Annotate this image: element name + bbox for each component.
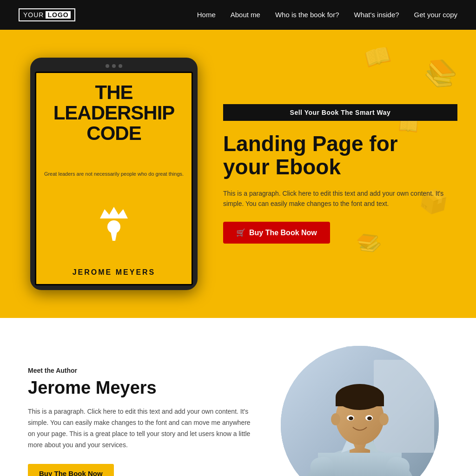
nav-home[interactable]: Home [197,11,216,19]
tablet-camera-bar [106,64,122,68]
svg-point-13 [331,413,340,425]
author-section: Meet the Author Jerome Meyers This is a … [0,318,476,476]
hero-section: 📚 📖 📦 📚 📖 THELEADERSHIPCODE Great leader… [0,30,476,318]
svg-point-14 [379,413,389,425]
author-paragraph: This is a paragraph. Click here to edit … [28,406,253,450]
author-buy-button[interactable]: Buy The Book Now [28,464,114,476]
nav-who[interactable]: Who is the book for? [275,11,339,19]
bg-icon-2: 📖 [362,41,393,72]
hero-banner: Sell Your Book The Smart Way [223,104,457,121]
author-name: Jerome Meyers [28,378,253,398]
logo-your: YOUR [23,11,44,19]
nav-inside[interactable]: What's inside? [354,11,399,19]
svg-marker-0 [100,207,128,218]
author-photo-wrap [271,346,448,476]
nav-copy[interactable]: Get your copy [414,11,457,19]
nav-links: Home About me Who is the book for? What'… [197,11,457,19]
hero-paragraph: This is a paragraph. Click here to edit … [223,188,457,209]
hero-text-area: Sell Your Book The Smart Way Landing Pag… [214,104,476,244]
hero-buy-label: Buy The Book Now [249,229,317,237]
keyhole-svg [98,205,130,242]
author-photo-circle [281,346,439,476]
hero-headline: Landing Page foryour Ebook [223,132,457,179]
logo-logo: LOGO [46,11,70,19]
bg-icon-1: 📚 [421,54,461,93]
logo[interactable]: YOUR LOGO [19,8,75,21]
svg-marker-2 [111,231,117,241]
tablet-dot-2 [112,64,116,68]
tablet-dot-3 [119,64,122,68]
author-photo-bg [281,346,439,476]
book-title: THELEADERSHIPCODE [53,82,175,144]
tablet-device-wrap: THELEADERSHIPCODE Great leaders are not … [0,58,214,290]
book-subtitle: Great leaders are not necessarily people… [44,171,184,178]
navbar: YOUR LOGO Home About me Who is the book … [0,0,476,30]
keyhole-icon [98,205,130,242]
svg-rect-12 [336,397,384,406]
author-photo-svg [281,346,439,476]
tablet-dot-1 [106,64,109,68]
tablet-device: THELEADERSHIPCODE Great leaders are not … [30,58,198,290]
cart-icon: 🛒 [236,228,245,237]
svg-point-18 [367,416,372,420]
svg-point-1 [107,220,120,233]
svg-point-17 [349,416,353,420]
nav-about[interactable]: About me [231,11,260,19]
book-author: JEROME MEYERS [73,268,156,277]
hero-buy-button[interactable]: 🛒 Buy The Book Now [223,222,330,244]
book-cover: THELEADERSHIPCODE Great leaders are not … [35,72,193,285]
author-text: Meet the Author Jerome Meyers This is a … [28,367,253,476]
meet-author-label: Meet the Author [28,367,253,374]
